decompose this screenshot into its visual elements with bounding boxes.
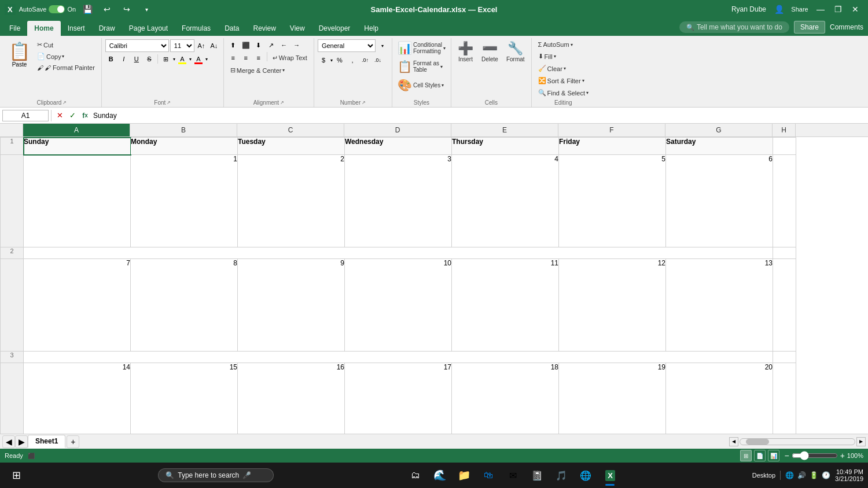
cell-a3[interactable]: 7 bbox=[24, 259, 131, 352]
tab-developer[interactable]: Developer bbox=[312, 21, 358, 36]
percent-button[interactable]: % bbox=[334, 54, 345, 66]
undo-button[interactable]: ↩ bbox=[99, 1, 115, 17]
autosave-toggle[interactable]: AutoSave On bbox=[19, 5, 76, 13]
minimize-button[interactable]: — bbox=[812, 1, 829, 17]
insert-button[interactable]: ➕ Insert bbox=[455, 39, 476, 64]
cell-h2[interactable] bbox=[773, 155, 796, 247]
network-icon[interactable]: 🌐 bbox=[785, 471, 794, 479]
row-number-3[interactable] bbox=[1, 259, 24, 352]
cell-a1[interactable]: Sunday bbox=[24, 138, 131, 155]
currency-dropdown[interactable]: ▾ bbox=[330, 58, 333, 63]
comments-button[interactable]: Comments bbox=[830, 23, 863, 31]
fill-color-button[interactable]: A bbox=[176, 53, 188, 65]
sort-filter-button[interactable]: 🔀 Sort & Filter ▾ bbox=[535, 75, 587, 86]
tab-review[interactable]: Review bbox=[246, 21, 282, 36]
currency-button[interactable]: $ bbox=[318, 54, 329, 66]
cell-a2[interactable] bbox=[24, 155, 131, 247]
cell-c3[interactable]: 9 bbox=[238, 259, 345, 352]
taskbar-app-store[interactable]: 🛍 bbox=[477, 464, 500, 487]
cut-button[interactable]: ✂ Cut bbox=[34, 39, 98, 50]
find-select-button[interactable]: 🔍 Find & Select ▾ bbox=[535, 87, 591, 98]
taskbar-app-onenote[interactable]: 📓 bbox=[525, 464, 549, 487]
cell-c2[interactable]: 2 bbox=[238, 155, 345, 247]
cell-f4[interactable]: 19 bbox=[559, 363, 666, 434]
cell-f2[interactable]: 5 bbox=[559, 155, 666, 247]
page-break-view-button[interactable]: 📊 bbox=[768, 450, 779, 461]
decrease-decimal-button[interactable]: .0↓ bbox=[372, 54, 384, 66]
cell-c4[interactable]: 16 bbox=[238, 363, 345, 434]
cell-g4[interactable]: 20 bbox=[666, 363, 773, 434]
borders-dropdown[interactable]: ▾ bbox=[173, 57, 175, 62]
start-button[interactable]: ⊞ bbox=[5, 464, 28, 487]
row-number-4[interactable] bbox=[1, 363, 24, 434]
find-dropdown[interactable]: ▾ bbox=[586, 90, 589, 95]
align-left-button[interactable]: ≡ bbox=[227, 52, 239, 64]
zoom-slider[interactable] bbox=[792, 451, 838, 460]
cell-b4[interactable]: 15 bbox=[131, 363, 238, 434]
restore-button[interactable]: ❐ bbox=[830, 1, 846, 17]
cell-b1[interactable]: Monday bbox=[131, 138, 238, 155]
cell-e1[interactable]: Thursday bbox=[452, 138, 559, 155]
bold-button[interactable]: B bbox=[105, 53, 117, 65]
merge-dropdown[interactable]: ▾ bbox=[282, 68, 285, 73]
italic-button[interactable]: I bbox=[118, 53, 130, 65]
col-header-b[interactable]: B bbox=[130, 124, 237, 136]
taskbar-search[interactable]: 🔍 Type here to search 🎤 bbox=[158, 468, 274, 482]
format-painter-button[interactable]: 🖌 🖌 Format Painter bbox=[34, 62, 98, 73]
cell-d2[interactable]: 3 bbox=[345, 155, 452, 247]
font-family-select[interactable]: Calibri bbox=[105, 39, 169, 52]
alignment-expand-icon[interactable]: ↗ bbox=[280, 100, 284, 105]
cell-e2[interactable]: 4 bbox=[452, 155, 559, 247]
taskbar-app-chrome[interactable]: 🌐 bbox=[574, 464, 597, 487]
sheet-left-scroll[interactable]: ◀ bbox=[2, 435, 15, 448]
page-layout-view-button[interactable]: 📄 bbox=[754, 450, 766, 461]
table-dropdown[interactable]: ▾ bbox=[440, 64, 443, 69]
cell-a4[interactable]: 14 bbox=[24, 363, 131, 434]
tab-data[interactable]: Data bbox=[218, 21, 246, 36]
cell-c1[interactable]: Tuesday bbox=[238, 138, 345, 155]
col-header-g[interactable]: G bbox=[665, 124, 773, 136]
clear-dropdown[interactable]: ▾ bbox=[564, 66, 566, 71]
taskbar-app-explorer[interactable]: 📁 bbox=[453, 464, 476, 487]
taskbar-app-mail[interactable]: ✉ bbox=[501, 464, 524, 487]
row-number-2[interactable] bbox=[1, 155, 24, 247]
comma-button[interactable]: , bbox=[347, 54, 358, 66]
scroll-left-button[interactable]: ◀ bbox=[729, 437, 738, 446]
fill-dropdown[interactable]: ▾ bbox=[554, 54, 556, 59]
share-title-button[interactable]: Share bbox=[792, 1, 808, 17]
clipboard-expand-icon[interactable]: ↗ bbox=[62, 100, 67, 105]
cell-h-3label[interactable] bbox=[773, 352, 796, 363]
conditional-formatting-button[interactable]: 📊 Conditional Formatting ▾ bbox=[396, 39, 447, 57]
cell-f3[interactable]: 12 bbox=[559, 259, 666, 352]
cell-d3[interactable]: 10 bbox=[345, 259, 452, 352]
borders-button[interactable]: ⊞ bbox=[160, 53, 172, 65]
col-header-e[interactable]: E bbox=[451, 124, 558, 136]
profile-button[interactable]: 👤 bbox=[771, 1, 787, 17]
underline-button[interactable]: U bbox=[131, 53, 142, 65]
row-number-1[interactable]: 1 bbox=[1, 138, 24, 155]
tab-file[interactable]: File bbox=[2, 21, 27, 36]
cell-e4[interactable]: 18 bbox=[452, 363, 559, 434]
cell-g1[interactable]: Saturday bbox=[666, 138, 773, 155]
font-expand-icon[interactable]: ↗ bbox=[167, 100, 171, 105]
cell-h1[interactable] bbox=[773, 138, 796, 155]
number-expand-icon[interactable]: ↗ bbox=[362, 100, 366, 105]
autosum-button[interactable]: Σ AutoSum ▾ bbox=[535, 39, 576, 50]
increase-font-button[interactable]: A↑ bbox=[196, 40, 207, 51]
autosave-switch[interactable] bbox=[49, 5, 65, 13]
col-header-c[interactable]: C bbox=[237, 124, 344, 136]
normal-view-button[interactable]: ⊞ bbox=[740, 450, 752, 461]
zoom-in-button[interactable]: + bbox=[840, 451, 845, 460]
redo-button[interactable]: ↪ bbox=[119, 1, 135, 17]
battery-icon[interactable]: 🔋 bbox=[810, 471, 818, 479]
align-right-button[interactable]: ≡ bbox=[253, 52, 264, 64]
sheet-right-scroll[interactable]: ▶ bbox=[15, 435, 28, 448]
taskbar-app-taskview[interactable]: 🗂 bbox=[404, 464, 427, 487]
decrease-font-button[interactable]: A↓ bbox=[208, 40, 220, 51]
align-center-button[interactable]: ≡ bbox=[240, 52, 252, 64]
row-number-label-2[interactable]: 2 bbox=[1, 247, 24, 259]
ribbon-search-container[interactable]: 🔍 Tell me what you want to do bbox=[679, 21, 789, 33]
col-header-d[interactable]: D bbox=[344, 124, 451, 136]
cell-styles-button[interactable]: 🎨 Cell Styles ▾ bbox=[396, 76, 446, 94]
increase-decimal-button[interactable]: .0↑ bbox=[359, 54, 371, 66]
